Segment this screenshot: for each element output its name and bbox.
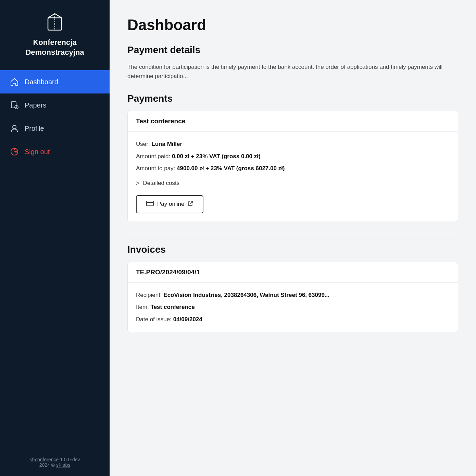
signout-icon bbox=[10, 147, 19, 156]
papers-label: Papers bbox=[25, 101, 46, 109]
svg-rect-9 bbox=[147, 201, 153, 206]
sidebar-nav: Dashboard Papers Profile bbox=[0, 70, 110, 163]
section-divider bbox=[127, 233, 458, 233]
invoice-card-body: Recipient: EcoVision Industries, 2038264… bbox=[128, 283, 458, 332]
date-line: Date of issue: 04/09/2024 bbox=[136, 315, 450, 324]
app-logo: Konferencja Demonstracyjna bbox=[0, 0, 110, 67]
payment-details-title: Payment details bbox=[127, 45, 458, 55]
sidebar-item-dashboard[interactable]: Dashboard bbox=[0, 70, 110, 93]
dashboard-label: Dashboard bbox=[25, 78, 58, 86]
payment-card: Test conference User: Luna Miller Amount… bbox=[127, 111, 458, 222]
home-icon bbox=[10, 77, 19, 87]
invoice-card: TE.PRO/2024/09/04/1 Recipient: EcoVision… bbox=[127, 262, 458, 333]
amount-paid-label: Amount paid: bbox=[136, 153, 172, 160]
svg-rect-3 bbox=[11, 102, 16, 108]
payments-title: Payments bbox=[127, 93, 458, 104]
amount-to-pay-label: Amount to pay: bbox=[136, 165, 177, 172]
sidebar: Konferencja Demonstracyjna Dashboard bbox=[0, 0, 110, 476]
sidebar-item-papers[interactable]: Papers bbox=[0, 93, 110, 117]
recipient-line: Recipient: EcoVision Industries, 2038264… bbox=[136, 291, 450, 300]
item-label: Item: bbox=[136, 304, 151, 310]
pay-online-button[interactable]: Pay online bbox=[136, 195, 203, 213]
papers-icon bbox=[10, 100, 19, 110]
date-label: Date of issue: bbox=[136, 316, 173, 323]
invoice-card-header: TE.PRO/2024/09/04/1 bbox=[128, 262, 458, 283]
item-value: Test conference bbox=[151, 304, 195, 310]
item-line: Item: Test conference bbox=[136, 303, 450, 312]
svg-point-7 bbox=[13, 125, 16, 129]
amount-to-pay-line: Amount to pay: 4900.00 zł + 23% VAT (gro… bbox=[136, 164, 450, 173]
pay-online-label: Pay online bbox=[157, 201, 184, 208]
signout-label: Sign out bbox=[25, 148, 50, 156]
main-content: Dashboard Payment details The condition … bbox=[110, 0, 476, 476]
sf-conference-link[interactable]: sf-conference bbox=[29, 457, 59, 462]
amount-paid-line: Amount paid: 0.00 zł + 23% VAT (gross 0.… bbox=[136, 152, 450, 161]
page-title: Dashboard bbox=[127, 16, 458, 34]
user-label: User: bbox=[136, 141, 151, 147]
recipient-label: Recipient: bbox=[136, 292, 163, 298]
user-line: User: Luna Miller bbox=[136, 140, 450, 149]
detailed-costs-row[interactable]: > Detailed costs bbox=[136, 180, 450, 187]
sidebar-item-profile[interactable]: Profile bbox=[0, 117, 110, 140]
app-name: Konferencja Demonstracyjna bbox=[25, 38, 84, 57]
cube-icon bbox=[45, 12, 65, 33]
svg-line-11 bbox=[190, 201, 192, 204]
profile-label: Profile bbox=[25, 125, 44, 133]
payment-description: The condition for participation is the t… bbox=[127, 62, 458, 81]
user-name: Luna Miller bbox=[151, 141, 182, 147]
sf-labs-link[interactable]: sf-labs bbox=[56, 462, 70, 468]
external-link-icon bbox=[188, 201, 193, 208]
credit-card-icon bbox=[146, 201, 154, 208]
recipient-value: EcoVision Industries, 2038264306, Walnut… bbox=[163, 292, 329, 298]
detailed-costs-label: Detailed costs bbox=[143, 180, 180, 187]
amount-paid-value: 0.00 zł + 23% VAT (gross 0.00 zł) bbox=[172, 153, 261, 160]
profile-icon bbox=[10, 124, 19, 133]
amount-to-pay-value: 4900.00 zł + 23% VAT (gross 6027.00 zł) bbox=[177, 165, 285, 172]
date-value: 04/09/2024 bbox=[173, 316, 202, 323]
invoices-title: Invoices bbox=[127, 244, 458, 255]
sidebar-item-signout[interactable]: Sign out bbox=[0, 140, 110, 163]
payment-card-header: Test conference bbox=[128, 111, 458, 131]
payment-card-body: User: Luna Miller Amount paid: 0.00 zł +… bbox=[128, 131, 458, 222]
chevron-right-icon: > bbox=[136, 180, 140, 187]
sidebar-footer: sf-conference 1.0.0-dev 2024 © sf-labs bbox=[0, 449, 110, 476]
